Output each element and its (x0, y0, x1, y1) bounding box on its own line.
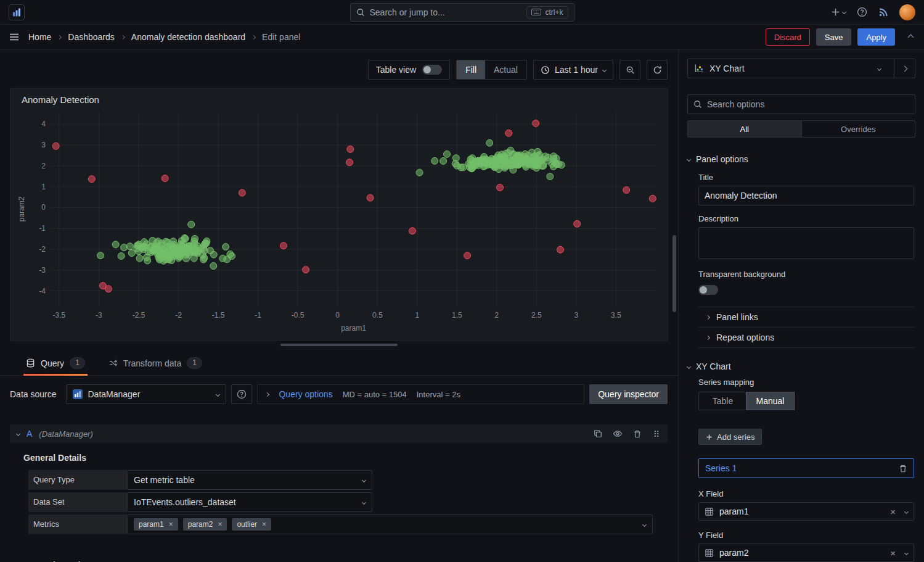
delete-query-trash-icon[interactable] (633, 429, 642, 439)
time-range-picker[interactable]: Last 1 hour (533, 60, 613, 80)
svg-text:-2: -2 (175, 311, 182, 320)
apply-button[interactable]: Apply (857, 28, 895, 46)
metrics-multiselect[interactable]: param1× param2× outlier× (127, 514, 653, 534)
query-type-select[interactable]: Get metric table (127, 470, 372, 490)
panel-edit-main: Table view Fill Actual Last 1 hour Anoma… (0, 50, 678, 562)
chevron-down-icon (687, 364, 691, 368)
breadcrumb-dashboard-name[interactable]: Anomaly detection dashboard (131, 32, 245, 42)
x-field-select[interactable]: param1 × (698, 502, 914, 521)
data-set-value: IoTEvents.outliers_dataset (134, 497, 236, 507)
menu-toggle-button[interactable] (9, 31, 20, 43)
series-1-item[interactable]: Series 1 (698, 458, 914, 478)
table-view-label: Table view (376, 65, 416, 75)
svg-text:4: 4 (41, 120, 46, 128)
help-button[interactable] (857, 7, 867, 17)
query-editor-body: General Details Query Type Get metric ta… (23, 453, 678, 562)
scatter-chart[interactable]: -4-3-2-101234-3.5-3-2.5-2-1.5-1-0.500.51… (15, 108, 662, 334)
panel-resize-handle[interactable] (280, 344, 398, 346)
add-series-button[interactable]: Add series (698, 429, 762, 445)
mapping-table-option[interactable]: Table (699, 392, 746, 410)
refresh-icon (653, 65, 662, 75)
svg-text:-1: -1 (255, 311, 261, 320)
panel-links-section[interactable]: Panel links (698, 307, 915, 327)
table-grid-icon (705, 548, 714, 558)
user-avatar[interactable] (899, 4, 915, 20)
datasource-help-button[interactable] (231, 384, 252, 404)
y-field-value: param2 (719, 548, 748, 558)
disable-query-eye-icon[interactable] (613, 429, 623, 439)
svg-text:2.5: 2.5 (531, 311, 542, 320)
query-type-value: Get metric table (134, 475, 195, 485)
database-icon (26, 358, 35, 368)
query-options-bar: Query options MD = auto = 1504 Interval … (257, 384, 584, 404)
data-set-select[interactable]: IoTEvents.outliers_dataset (127, 492, 372, 512)
metrics-row: Metrics param1× param2× outlier× (28, 514, 678, 534)
y-field-select[interactable]: param2 × (698, 543, 914, 562)
tab-all[interactable]: All (688, 121, 802, 137)
new-menu-button[interactable] (831, 7, 846, 17)
remove-metric-icon[interactable]: × (169, 520, 173, 529)
tab-transform-data[interactable]: Transform data 1 (106, 351, 205, 375)
metrics-label: Metrics (28, 514, 127, 534)
svg-text:0: 0 (335, 311, 340, 320)
remove-metric-icon[interactable]: × (218, 520, 222, 529)
chevron-down-icon (362, 500, 366, 504)
interval-info: Interval = 2s (417, 390, 460, 399)
visualization-picker[interactable]: XY Chart (687, 59, 915, 78)
repeat-options-section[interactable]: Repeat options (698, 327, 915, 347)
query-row-header[interactable]: A (DataManager) (10, 424, 668, 443)
breadcrumb-dashboards[interactable]: Dashboards (68, 32, 115, 42)
tab-query-label: Query (41, 358, 64, 368)
grafana-logo[interactable] (9, 4, 25, 20)
svg-text:3: 3 (41, 141, 46, 149)
query-type-label: Query Type (28, 470, 127, 490)
panel-preview: Anomaly Detection -4-3-2-101234-3.5-3-2.… (10, 88, 668, 341)
panel-options-section-label: Panel options (696, 154, 748, 164)
main-scrollbar-thumb[interactable] (673, 235, 676, 312)
search-icon (693, 100, 702, 109)
svg-text:param2: param2 (17, 196, 26, 221)
fill-option[interactable]: Fill (457, 60, 485, 79)
keyboard-icon (531, 9, 541, 15)
panel-title[interactable]: Anomaly Detection (15, 93, 663, 108)
duplicate-query-icon[interactable] (594, 429, 602, 438)
panel-options-section-header[interactable]: Panel options (687, 154, 915, 164)
collapse-header-button[interactable] (906, 33, 915, 42)
clear-x-field-icon[interactable]: × (890, 506, 896, 517)
table-grid-icon (705, 507, 714, 516)
tab-query[interactable]: Query 1 (23, 351, 88, 375)
mapping-manual-option[interactable]: Manual (746, 392, 794, 410)
x-field-label: X Field (698, 489, 914, 498)
options-search-input[interactable] (707, 99, 909, 109)
description-textarea[interactable] (698, 227, 914, 259)
metric-tag: param1× (134, 518, 178, 531)
save-button[interactable]: Save (816, 28, 852, 46)
xy-chart-section-header[interactable]: XY Chart (687, 362, 915, 371)
actual-option[interactable]: Actual (485, 60, 526, 79)
svg-text:-1: -1 (39, 224, 46, 233)
collapse-query-icon[interactable] (16, 431, 20, 436)
news-button[interactable] (878, 7, 888, 17)
clear-y-field-icon[interactable]: × (890, 548, 896, 558)
panel-title-input[interactable] (698, 186, 914, 205)
drag-query-grip-icon[interactable] (652, 429, 661, 438)
remove-metric-icon[interactable]: × (262, 520, 266, 529)
table-view-toggle[interactable] (422, 65, 442, 75)
toggle-options-pane-button[interactable] (894, 59, 915, 78)
zoom-out-button[interactable] (619, 60, 640, 80)
chevron-down-icon (904, 509, 909, 513)
query-options-link[interactable]: Query options (279, 389, 332, 399)
breadcrumb-home[interactable]: Home (28, 32, 51, 42)
svg-text:-4: -4 (39, 287, 46, 295)
tab-overrides[interactable]: Overrides (802, 121, 915, 137)
breadcrumb: Home Dashboards Anomaly detection dashbo… (28, 32, 300, 42)
shortcut-label: ctrl+k (545, 8, 563, 17)
query-inspector-button[interactable]: Query inspector (589, 384, 668, 404)
discard-button[interactable]: Discard (766, 28, 810, 46)
datasource-picker[interactable]: DataManager (66, 384, 226, 404)
refresh-button[interactable] (647, 60, 668, 80)
transparent-background-toggle[interactable] (698, 285, 718, 295)
delete-series-trash-icon[interactable] (899, 464, 907, 473)
global-search-input[interactable] (370, 7, 522, 17)
chevron-down-icon (362, 477, 366, 482)
